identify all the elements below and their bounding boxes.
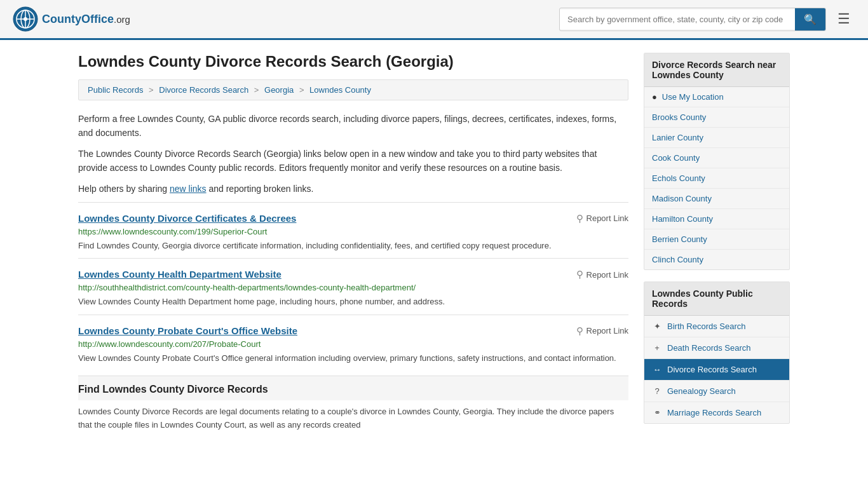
logo-text: CountyOffice.org	[42, 13, 130, 26]
result-url-0[interactable]: https://www.lowndescounty.com/199/Superi…	[78, 227, 628, 236]
intro-paragraph-1: Perform a free Lowndes County, GA public…	[78, 112, 628, 140]
nearby-section: Divorce Records Search near Lowndes Coun…	[644, 53, 790, 270]
birth-icon: ✦	[652, 322, 662, 331]
intro-paragraph-3: Help others by sharing new links and rep…	[78, 182, 628, 196]
death-icon: +	[652, 343, 662, 353]
result-card-0: Lowndes County Divorce Certificates & De…	[78, 202, 628, 259]
sidebar-item-brooks[interactable]: Brooks County	[644, 107, 789, 128]
marriage-icon: ⚭	[652, 408, 662, 417]
report-link-0[interactable]: ⚲ Report Link	[576, 213, 628, 224]
find-section-heading: Find Lowndes County Divorce Records	[78, 376, 628, 400]
sidebar-item-hamilton[interactable]: Hamilton County	[644, 209, 789, 229]
search-input[interactable]	[560, 10, 795, 29]
location-icon: ●	[652, 92, 657, 102]
menu-icon[interactable]: ☰	[832, 8, 855, 30]
content-area: Lowndes County Divorce Records Search (G…	[78, 53, 628, 435]
result-desc-1: View Lowndes County Health Department ho…	[78, 295, 628, 308]
breadcrumb: Public Records > Divorce Records Search …	[78, 79, 628, 100]
result-desc-2: View Lowndes County Probate Court's Offi…	[78, 352, 628, 365]
public-records-title: Lowndes County Public Records	[644, 282, 789, 316]
sidebar-use-location[interactable]: ● Use My Location	[644, 87, 789, 107]
breadcrumb-public-records[interactable]: Public Records	[88, 85, 143, 95]
breadcrumb-sep-1: >	[149, 85, 154, 95]
result-title-0[interactable]: Lowndes County Divorce Certificates & De…	[78, 213, 296, 224]
result-card-1: Lowndes County Health Department Website…	[78, 258, 628, 315]
sidebar-item-berrien[interactable]: Berrien County	[644, 229, 789, 250]
nearby-section-title: Divorce Records Search near Lowndes Coun…	[644, 53, 789, 87]
report-icon-1: ⚲	[576, 269, 583, 280]
breadcrumb-lowndes-county[interactable]: Lowndes County	[309, 85, 371, 95]
sidebar: Divorce Records Search near Lowndes Coun…	[644, 53, 790, 435]
logo-area: CountyOffice.org	[13, 6, 130, 32]
sidebar-record-death[interactable]: + Death Records Search	[644, 337, 789, 359]
result-header-1: Lowndes County Health Department Website…	[78, 269, 628, 280]
breadcrumb-divorce-records[interactable]: Divorce Records Search	[159, 85, 248, 95]
sidebar-record-marriage[interactable]: ⚭ Marriage Records Search	[644, 402, 789, 423]
intro-paragraph-2: The Lowndes County Divorce Records Searc…	[78, 147, 628, 175]
search-button[interactable]: 🔍	[795, 8, 825, 30]
header-right: 🔍 ☰	[559, 8, 855, 31]
sidebar-item-echols[interactable]: Echols County	[644, 168, 789, 189]
header: CountyOffice.org 🔍 ☰	[0, 0, 868, 40]
new-links-link[interactable]: new links	[170, 184, 207, 194]
result-title-2[interactable]: Lowndes County Probate Court's Office We…	[78, 325, 297, 336]
report-link-1[interactable]: ⚲ Report Link	[576, 269, 628, 280]
sidebar-record-birth[interactable]: ✦ Birth Records Search	[644, 316, 789, 337]
divorce-icon: ↔	[652, 365, 662, 374]
sidebar-item-clinch[interactable]: Clinch County	[644, 250, 789, 269]
result-title-1[interactable]: Lowndes County Health Department Website	[78, 269, 281, 280]
search-bar: 🔍	[559, 8, 826, 31]
result-card-2: Lowndes County Probate Court's Office We…	[78, 315, 628, 371]
svg-point-5	[24, 17, 27, 21]
breadcrumb-georgia[interactable]: Georgia	[264, 85, 294, 95]
breadcrumb-sep-3: >	[299, 85, 304, 95]
main-container: Lowndes County Divorce Records Search (G…	[65, 40, 803, 448]
sidebar-item-cook[interactable]: Cook County	[644, 148, 789, 168]
result-url-2[interactable]: http://www.lowndescounty.com/207/Probate…	[78, 339, 628, 349]
sidebar-record-genealogy[interactable]: ? Genealogy Search	[644, 381, 789, 402]
sidebar-record-divorce[interactable]: ↔ Divorce Records Search	[644, 359, 789, 381]
find-section-text: Lowndes County Divorce Records are legal…	[78, 400, 628, 432]
sidebar-item-lanier[interactable]: Lanier County	[644, 128, 789, 148]
result-url-1[interactable]: http://southhealthdistrict.com/county-he…	[78, 283, 628, 292]
report-icon-0: ⚲	[576, 213, 583, 224]
page-title: Lowndes County Divorce Records Search (G…	[78, 53, 628, 71]
report-icon-2: ⚲	[576, 325, 583, 337]
report-link-2[interactable]: ⚲ Report Link	[576, 325, 628, 337]
logo-icon	[13, 6, 38, 32]
genealogy-icon: ?	[652, 386, 662, 396]
breadcrumb-sep-2: >	[254, 85, 259, 95]
result-header-2: Lowndes County Probate Court's Office We…	[78, 325, 628, 337]
use-location-link[interactable]: Use My Location	[662, 92, 724, 102]
result-desc-0: Find Lowndes County, Georgia divorce cer…	[78, 240, 628, 252]
sidebar-item-madison[interactable]: Madison County	[644, 189, 789, 209]
result-header-0: Lowndes County Divorce Certificates & De…	[78, 213, 628, 224]
public-records-section: Lowndes County Public Records ✦ Birth Re…	[644, 281, 790, 424]
